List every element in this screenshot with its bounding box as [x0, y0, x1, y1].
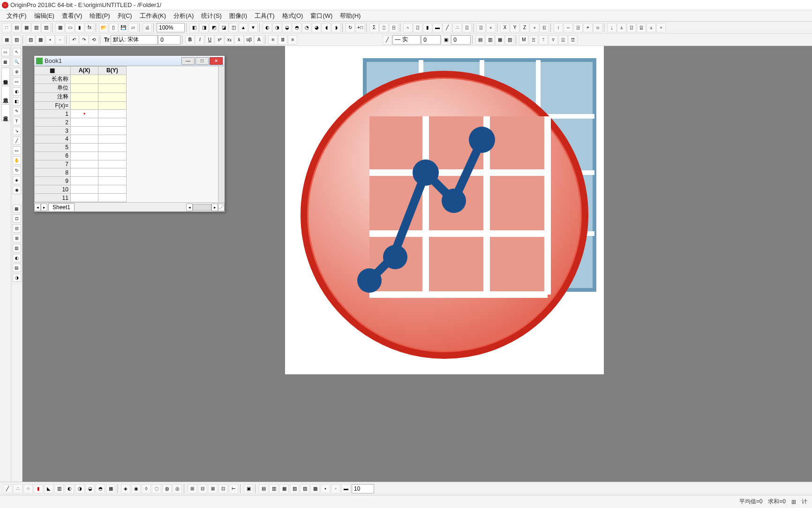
cell[interactable]: [70, 177, 98, 185]
tool-icon[interactable]: ↶: [69, 35, 79, 45]
layout-icon[interactable]: ⊟: [198, 484, 207, 493]
hand-icon[interactable]: ✋: [13, 156, 21, 165]
plot-icon[interactable]: ◑: [75, 484, 84, 493]
hscroll-left[interactable]: ◂: [186, 204, 193, 211]
row-label-comment[interactable]: 注释: [35, 92, 71, 101]
cell[interactable]: [70, 101, 98, 110]
tool-icon[interactable]: ▤: [475, 35, 485, 45]
new-excel-icon[interactable]: ▧: [31, 23, 41, 32]
rotate-icon[interactable]: ↻: [13, 166, 21, 174]
tool-icon[interactable]: ▨: [26, 35, 35, 45]
tool-icon[interactable]: ◕: [312, 23, 321, 32]
cell[interactable]: [98, 152, 126, 160]
3d-icon[interactable]: ◊: [142, 484, 151, 493]
hscroll-right[interactable]: ▸: [211, 204, 218, 211]
line-chart-icon[interactable]: ╱: [443, 23, 452, 32]
grid-corner[interactable]: ▦: [35, 67, 71, 75]
italic-icon[interactable]: I: [195, 35, 204, 45]
layout-icon[interactable]: ⊠: [208, 484, 218, 493]
resize-grip-icon[interactable]: ⋰: [218, 204, 225, 211]
tool-icon[interactable]: ⍅: [486, 23, 496, 32]
plot-icon[interactable]: ◓: [96, 484, 105, 493]
tool-icon[interactable]: ▧: [12, 35, 21, 45]
tool-icon[interactable]: ◈: [13, 176, 21, 184]
align-center-icon[interactable]: ≣: [278, 35, 287, 45]
tool-icon[interactable]: ▤: [259, 484, 268, 493]
bar-plot-icon[interactable]: ▥: [54, 484, 64, 493]
new-graph-icon[interactable]: ▨: [41, 23, 51, 32]
cell[interactable]: [98, 177, 126, 185]
cell[interactable]: [98, 143, 126, 152]
column-header-b[interactable]: B(Y): [98, 67, 126, 75]
y-label-icon[interactable]: Y: [510, 23, 519, 32]
tool-icon[interactable]: ⟲: [89, 35, 98, 45]
menu-plot[interactable]: 绘图(P): [86, 10, 113, 22]
close-button[interactable]: ✕: [210, 57, 223, 65]
tool-icon[interactable]: ⍀: [403, 23, 413, 32]
row-label-longname[interactable]: 长名称: [35, 75, 71, 83]
subscript-icon[interactable]: x₂: [225, 35, 234, 45]
bar-chart-icon[interactable]: ▬: [433, 23, 442, 32]
cell[interactable]: [70, 92, 98, 101]
tool-icon[interactable]: ⍒: [549, 35, 558, 45]
open-icon[interactable]: 📂: [99, 23, 108, 32]
menu-column[interactable]: 列(C): [114, 10, 136, 22]
cell[interactable]: [70, 118, 98, 127]
tool-icon[interactable]: ▪: [45, 35, 55, 45]
tool-icon[interactable]: ◪: [219, 23, 228, 32]
horizontal-scrollbar[interactable]: [193, 204, 211, 211]
cell[interactable]: [98, 127, 126, 135]
save-icon[interactable]: 💾: [119, 23, 128, 32]
tool-icon[interactable]: ▼: [248, 23, 258, 32]
tool-icon[interactable]: ▦: [13, 205, 21, 213]
new-notes-icon[interactable]: ▮: [75, 23, 84, 32]
tool-icon[interactable]: ◑: [13, 273, 21, 282]
tool-icon[interactable]: ↕: [554, 23, 563, 32]
tool-icon[interactable]: x̄: [234, 35, 244, 45]
tool-icon[interactable]: ▨: [300, 484, 309, 493]
row-number[interactable]: 9: [35, 177, 71, 185]
cell[interactable]: [70, 75, 98, 83]
line-style-combo[interactable]: [392, 35, 421, 45]
draw-icon[interactable]: ✎: [13, 107, 21, 115]
tool-icon[interactable]: ▩: [310, 484, 320, 493]
tool-icon[interactable]: ◩: [209, 23, 218, 32]
print-icon[interactable]: 🖨: [143, 23, 152, 32]
tab-nav-first[interactable]: ◂: [34, 204, 41, 211]
font-color-icon[interactable]: A: [254, 35, 263, 45]
row-number[interactable]: 1: [35, 110, 71, 118]
mask-icon[interactable]: ◧: [13, 97, 21, 106]
sheet-tab[interactable]: Sheet1: [48, 203, 75, 211]
menu-format[interactable]: 格式(O): [278, 10, 307, 22]
tool-icon[interactable]: ▥: [485, 35, 495, 45]
row-number[interactable]: 8: [35, 168, 71, 177]
cell[interactable]: [98, 110, 126, 118]
new-folder-icon[interactable]: ▤: [12, 23, 21, 32]
reader-icon[interactable]: ⊕: [13, 68, 21, 76]
menu-window[interactable]: 窗口(W): [307, 10, 336, 22]
tool-icon[interactable]: ⍆: [530, 23, 539, 32]
plot-icon[interactable]: ▦: [106, 484, 115, 493]
layout-icon[interactable]: ▣: [244, 484, 253, 493]
row-number[interactable]: 7: [35, 160, 71, 168]
tool-icon[interactable]: ⌷: [379, 23, 389, 32]
pie-icon[interactable]: ◐: [65, 484, 74, 493]
tool-icon[interactable]: ▧: [290, 484, 299, 493]
cell[interactable]: [70, 127, 98, 135]
cell[interactable]: [98, 185, 126, 194]
menu-analysis[interactable]: 分析(A): [170, 10, 197, 22]
tool-icon[interactable]: ⍓: [558, 35, 568, 45]
column-plot-icon[interactable]: ▮: [34, 484, 43, 493]
tool-icon[interactable]: ▪: [321, 484, 330, 493]
cell[interactable]: [98, 135, 126, 144]
3d-icon[interactable]: ◈: [121, 484, 130, 493]
tool-icon[interactable]: ▦: [279, 484, 289, 493]
cell[interactable]: [98, 194, 126, 202]
message-log-tab[interactable]: 消息日志: [1, 86, 10, 103]
line-icon[interactable]: ╱: [13, 136, 21, 145]
tool-icon[interactable]: ▲: [239, 23, 248, 32]
new-function-icon[interactable]: fx: [85, 23, 94, 32]
vertical-scrollbar[interactable]: [218, 66, 225, 202]
tool-icon[interactable]: ⍌: [627, 23, 636, 32]
tool-icon[interactable]: ⍋: [617, 23, 626, 32]
